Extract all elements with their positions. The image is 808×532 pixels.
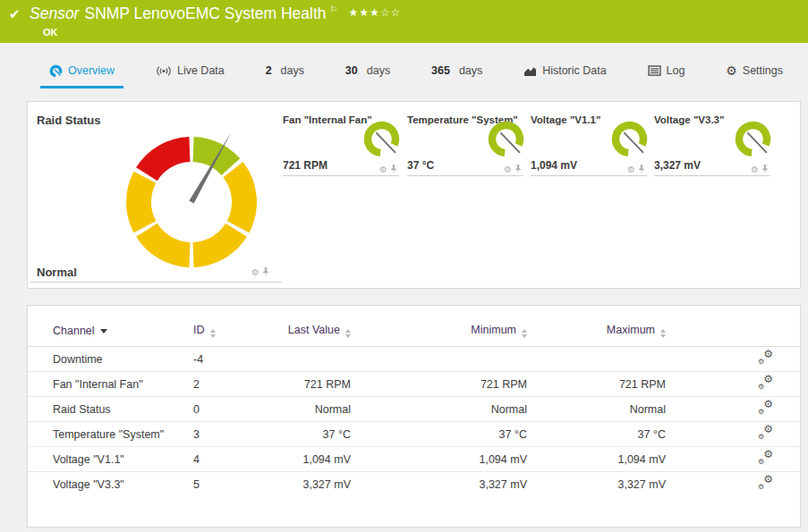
tab-label: Historic Data	[542, 64, 607, 77]
tab-historic-data[interactable]: Historic Data	[515, 55, 616, 89]
gauge-settings-gear-icon[interactable]: ⚙	[251, 268, 259, 277]
priority-flag-icon[interactable]: ⚐	[330, 4, 338, 14]
tab-number: 2	[266, 64, 272, 77]
gauge-settings-gear-icon[interactable]: ⚙	[379, 165, 387, 174]
tab-365-days[interactable]: 365 days	[422, 55, 491, 89]
mini-gauge-value: 1,094 mV	[531, 159, 577, 172]
cell-id: 4	[193, 447, 267, 472]
pin-icon[interactable]	[515, 164, 522, 174]
tab-label: Live Data	[177, 64, 225, 77]
table-row-voltage-v1-1: Voltage "V1.1" 4 1,094 mV 1,094 mV 1,094…	[28, 447, 800, 472]
cell-id: 2	[193, 372, 267, 397]
tab-label: Overview	[68, 64, 115, 77]
cell-id: 0	[193, 397, 267, 422]
mini-gauge-voltage-v3-3: Voltage "V3.3" 3,327 mV ⚙	[654, 114, 770, 176]
cell-maximum	[527, 347, 666, 372]
column-header-settings	[666, 324, 800, 347]
cell-channel: Voltage "V3.3"	[28, 472, 193, 497]
cell-channel: Raid Status	[28, 397, 193, 422]
channel-settings-icon[interactable]: ⚙⚙	[758, 350, 773, 365]
tab-log[interactable]: Log	[639, 55, 694, 89]
tab-30-days[interactable]: 30 days	[336, 55, 399, 89]
page-title: SNMP LenovoEMC System Health	[84, 4, 326, 22]
cell-last-value: 3,327 mV	[267, 472, 351, 497]
tab-label: Settings	[743, 64, 783, 77]
channel-settings-icon[interactable]: ⚙⚙	[758, 376, 773, 390]
sort-icon	[522, 329, 527, 338]
raid-gauge-label: Raid Status	[37, 114, 101, 127]
gauge-settings-gear-icon[interactable]: ⚙	[504, 165, 512, 174]
raid-gauge-value: Normal	[37, 266, 77, 279]
channel-settings-icon[interactable]: ⚙⚙	[758, 401, 773, 415]
tab-number: 365	[431, 64, 450, 77]
table-row-temperature: Temperature "System" 3 37 °C 37 °C 37 °C…	[28, 422, 800, 447]
tab-number: 30	[345, 64, 358, 77]
mini-gauge-temperature: Temperature "System" 37 °C ⚙	[407, 114, 523, 176]
column-header-last-value[interactable]: Last Value	[267, 324, 351, 347]
mini-gauge-value: 721 RPM	[283, 159, 327, 172]
area-chart-icon	[523, 65, 537, 77]
column-header-id[interactable]: ID	[193, 324, 267, 347]
log-list-icon	[648, 65, 661, 76]
sensor-kind-label: Sensor	[30, 4, 79, 22]
sensor-title-line: SensorSNMP LenovoEMC System Health⚐★★★☆☆	[30, 4, 401, 23]
mini-dial-gauge	[486, 119, 526, 159]
gauge-settings-gear-icon[interactable]: ⚙	[751, 165, 759, 174]
cell-channel: Temperature "System"	[28, 422, 193, 447]
table-header-row: Channel ID Last Value Minimum Maximum	[28, 324, 800, 347]
tab-label: days	[459, 64, 482, 77]
status-badge: OK	[43, 27, 58, 38]
column-header-channel[interactable]: Channel	[28, 324, 193, 347]
tab-label: Log	[667, 64, 685, 77]
sensor-status-header: ✔ SensorSNMP LenovoEMC System Health⚐★★★…	[0, 0, 808, 43]
channel-settings-icon[interactable]: ⚙⚙	[758, 476, 773, 490]
pin-icon[interactable]	[638, 164, 645, 174]
tab-settings[interactable]: ⚙ Settings	[717, 55, 792, 89]
cell-last-value: 721 RPM	[267, 372, 351, 397]
cell-minimum: 1,094 mV	[351, 447, 527, 472]
cell-minimum: 3,327 mV	[351, 472, 527, 497]
gauge-settings-gear-icon[interactable]: ⚙	[627, 165, 635, 174]
pin-icon[interactable]	[262, 266, 269, 277]
stars-filled[interactable]: ★★★	[348, 6, 379, 19]
raid-status-gauge: Raid Status Normal ⚙	[28, 102, 287, 288]
cell-last-value	[267, 347, 351, 372]
tab-overview[interactable]: Overview	[40, 55, 123, 89]
channel-settings-icon[interactable]: ⚙⚙	[758, 451, 773, 465]
tab-bar: Overview Live Data 2 days 30 days 365 da…	[0, 43, 808, 101]
cell-id: 3	[193, 422, 267, 447]
prtg-sensor-page: ✔ SensorSNMP LenovoEMC System Health⚐★★★…	[0, 0, 808, 532]
mini-gauge-value: 3,327 mV	[654, 159, 701, 172]
cell-minimum: Normal	[351, 397, 527, 422]
priority-stars[interactable]: ★★★☆☆	[348, 6, 401, 19]
cell-maximum: 1,094 mV	[527, 447, 666, 472]
mini-dial-gauge	[609, 119, 650, 159]
pin-icon[interactable]	[761, 164, 769, 174]
sort-icon	[210, 329, 216, 338]
sort-icon	[345, 329, 351, 338]
ok-check-icon: ✔	[9, 6, 21, 22]
cell-last-value: 1,094 mV	[267, 447, 351, 472]
tab-live-data[interactable]: Live Data	[147, 55, 234, 89]
raid-donut-gauge	[120, 131, 263, 274]
channel-settings-icon[interactable]: ⚙⚙	[758, 426, 773, 440]
cell-minimum	[351, 347, 527, 372]
column-header-maximum[interactable]: Maximum	[527, 324, 666, 347]
tab-2-days[interactable]: 2 days	[257, 55, 313, 89]
gear-icon: ⚙	[726, 64, 737, 77]
gauge-icon	[49, 64, 63, 78]
mini-dial-gauge	[733, 119, 773, 159]
column-header-minimum[interactable]: Minimum	[351, 324, 527, 347]
broadcast-icon	[156, 65, 172, 77]
cell-minimum: 37 °C	[351, 422, 527, 447]
raid-gauge-footer: Normal	[30, 264, 282, 283]
stars-empty[interactable]: ☆☆	[380, 6, 402, 19]
cell-channel: Fan "Internal Fan"	[28, 372, 193, 397]
table-row-fan: Fan "Internal Fan" 2 721 RPM 721 RPM 721…	[28, 372, 800, 397]
sort-icon	[660, 329, 666, 338]
table-row-raid-status: Raid Status 0 Normal Normal Normal ⚙⚙	[28, 397, 800, 422]
table-row-voltage-v3-3: Voltage "V3.3" 5 3,327 mV 3,327 mV 3,327…	[28, 472, 800, 497]
tab-label: days	[367, 64, 390, 77]
pin-icon[interactable]	[390, 164, 397, 174]
channel-table: Channel ID Last Value Minimum Maximum Do…	[28, 324, 800, 496]
